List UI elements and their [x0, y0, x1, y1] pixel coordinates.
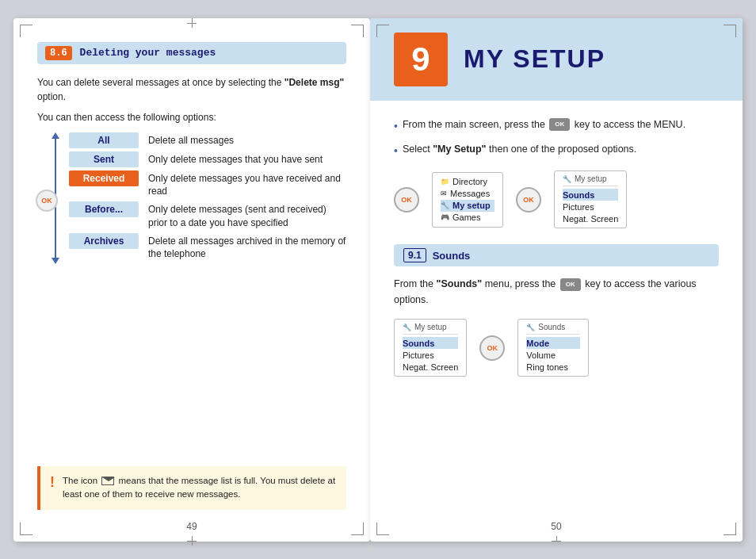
option-desc-archives: Delete all messages archived in the memo… [148, 233, 346, 262]
menu-item-negat-2: Negat. Screen [403, 361, 458, 373]
menu-box-4-title: 🔧 Sounds [526, 323, 580, 335]
crosshair-bottom [187, 536, 197, 542]
menu-item-directory: 📁 Directory [441, 176, 494, 188]
option-label-sent: Sent [69, 151, 139, 167]
left-page-number: 49 [186, 521, 197, 532]
option-label-all: All [69, 132, 139, 148]
chapter-header: 9 MY SETUP [370, 18, 743, 101]
ok-button-1: OK [394, 187, 419, 212]
right-corner-bl [376, 523, 389, 535]
option-desc-received: Only delete messages you have received a… [148, 170, 346, 199]
menu-item-messages: ✉ Messages [441, 188, 494, 200]
option-label-received: Received [69, 170, 139, 186]
menu-item-volume: Volume [526, 349, 580, 361]
warning-box: ! The icon means that the message list i… [37, 466, 346, 510]
menu-box-3: 🔧 My setup Sounds Pictures Negat. Screen [394, 319, 467, 377]
sub-section-title: Sounds [433, 250, 471, 262]
right-crosshair-bottom [552, 536, 561, 542]
menu-item-ringtones: Ring tones [526, 361, 580, 373]
right-page-number: 50 [551, 521, 561, 532]
bullet-dot-2: • [394, 142, 398, 159]
ok-circle: OK [36, 190, 58, 212]
warning-text: The icon means that the message list is … [63, 474, 337, 502]
corner-tr [351, 25, 364, 37]
sub-section-number: 9.1 [403, 248, 426, 262]
menu-screenshots-2: 🔧 My setup Sounds Pictures Negat. Screen… [394, 319, 719, 377]
menu-screenshots-1: OK 📁 Directory ✉ Messages 🔧 My setup 🎮 G… [394, 170, 719, 228]
left-page: 8.6 Deleting your messages You can delet… [13, 18, 370, 542]
menu-item-games: 🎮 Games [441, 212, 494, 224]
section-header: 8.6 Deleting your messages [37, 42, 346, 64]
option-all: All Delete all messages [69, 132, 346, 148]
corner-tl [20, 25, 32, 37]
option-desc-all: Delete all messages [148, 132, 234, 147]
section-number: 8.6 [45, 46, 72, 60]
bullet-2: • Select "My Setup" then one of the prop… [394, 141, 719, 159]
bullet-dot-1: • [394, 117, 398, 135]
option-desc-sent: Only delete messages that you have sent [148, 151, 323, 167]
option-desc-before: Only delete messages (sent and received)… [148, 201, 346, 230]
menu-item-sounds-2: Sounds [403, 337, 458, 349]
from-sounds-text: From the "Sounds" menu, press the OK key… [394, 276, 719, 308]
option-archives: Archives Delete all messages archived in… [69, 233, 346, 262]
menu-box-2-title: 🔧 My setup [563, 174, 618, 186]
sub-section-sounds: 9.1 Sounds [394, 244, 719, 266]
warning-exclamation-icon: ! [50, 474, 55, 491]
corner-bl [20, 523, 32, 535]
option-label-before: Before... [69, 201, 139, 217]
ok-button-2: OK [516, 187, 541, 212]
menu-item-mysetup: 🔧 My setup [441, 200, 494, 212]
option-label-archives: Archives [69, 233, 139, 249]
menu-item-pictures: Pictures [563, 201, 618, 212]
menu-box-4: 🔧 Sounds Mode Volume Ring tones [517, 319, 589, 377]
chapter-number: 9 [394, 33, 448, 86]
corner-br [351, 523, 364, 535]
menu-item-pictures-2: Pictures [403, 349, 458, 361]
bullet-1: • From the main screen, press the OK key… [394, 117, 719, 135]
right-page: 9 MY SETUP • From the main screen, press… [370, 18, 743, 542]
option-received: Received Only delete messages you have r… [69, 170, 346, 199]
menu-item-negat: Negat. Screen [563, 212, 618, 224]
options-label: You can then access the following option… [37, 112, 346, 123]
right-corner-br [724, 523, 736, 535]
menu-item-mode: Mode [526, 337, 580, 349]
right-corner-tr [724, 25, 736, 37]
body-text-1: You can delete several messages at once … [37, 75, 346, 104]
menu-box-1: 📁 Directory ✉ Messages 🔧 My setup 🎮 Game… [432, 172, 503, 228]
option-sent: Sent Only delete messages that you have … [69, 151, 346, 167]
options-table: OK All Delete all messages Sent Only del… [69, 132, 346, 265]
menu-box-2: 🔧 My setup Sounds Pictures Negat. Screen [554, 170, 627, 228]
bullet-text-2: Select "My Setup" then one of the propos… [403, 141, 636, 157]
section-title: Deleting your messages [80, 47, 216, 59]
option-before: Before... Only delete messages (sent and… [69, 201, 346, 230]
menu-box-3-title: 🔧 My setup [403, 323, 458, 335]
chapter-title: MY SETUP [464, 44, 605, 74]
right-content: • From the main screen, press the OK key… [370, 117, 743, 377]
crosshair-top [187, 18, 197, 24]
bullet-text-1: From the main screen, press the OK key t… [403, 117, 685, 132]
arrow-down-icon [52, 258, 59, 264]
right-corner-tl [376, 25, 389, 37]
menu-item-sounds: Sounds [563, 189, 618, 201]
arrow-up-icon [52, 132, 59, 139]
ok-button-3: OK [479, 335, 505, 361]
